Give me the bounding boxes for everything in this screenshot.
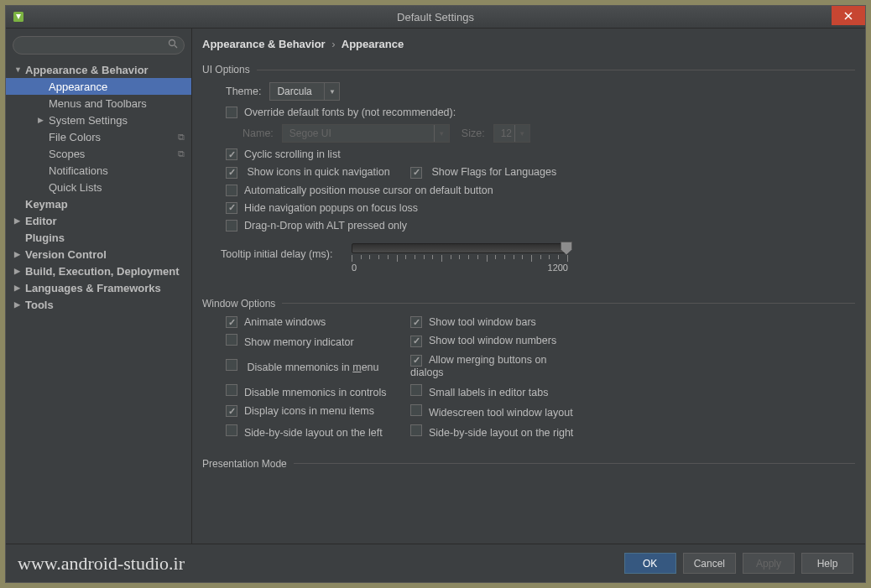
tree-item-label: Appearance — [49, 81, 107, 93]
settings-tree: ▼Appearance & BehaviorAppearanceMenus an… — [6, 60, 191, 544]
tree-item[interactable]: Keymap — [6, 195, 191, 212]
cyclic-checkbox[interactable] — [226, 148, 237, 160]
breadcrumb: Appearance & Behavior › Appearance — [192, 29, 865, 59]
help-button[interactable]: Help — [801, 553, 853, 574]
show-icons-label: Show icons in quick navigation — [247, 166, 389, 178]
tree-item-label: File Colors — [49, 131, 101, 143]
app-icon — [11, 9, 26, 24]
tree-item-label: Appearance & Behavior — [25, 64, 149, 76]
memory-checkbox[interactable] — [226, 334, 237, 346]
side-right-checkbox[interactable] — [410, 424, 422, 436]
memory-label: Show memory indicator — [244, 336, 354, 348]
tree-item[interactable]: Notifications — [6, 162, 191, 179]
tree-item[interactable]: File Colors⧉ — [6, 128, 191, 145]
tree-item[interactable]: ▶Build, Execution, Deployment — [6, 263, 191, 279]
ok-button[interactable]: OK — [624, 553, 676, 574]
chevron-right-icon: ▶ — [38, 116, 49, 124]
tree-item-label: System Settings — [49, 114, 128, 127]
breadcrumb-a: Appearance & Behavior — [202, 38, 326, 50]
tree-item[interactable]: ▶Languages & Frameworks — [6, 279, 191, 296]
slider-min: 0 — [352, 263, 357, 273]
animate-checkbox[interactable] — [226, 316, 237, 328]
tree-item[interactable]: Scopes⧉ — [6, 145, 191, 162]
search-icon — [168, 39, 178, 51]
tree-item-label: Languages & Frameworks — [25, 282, 161, 294]
svg-point-1 — [170, 40, 175, 46]
disable-ctrl-label: Disable mnemonics in controls — [244, 387, 387, 398]
override-fonts-checkbox[interactable] — [226, 107, 237, 118]
disable-menu-checkbox[interactable] — [226, 359, 237, 371]
auto-mouse-checkbox[interactable] — [226, 185, 237, 196]
chevron-right-icon: ▶ — [14, 216, 25, 225]
settings-window: Default Settings ▼Appearance & BehaviorA… — [5, 5, 866, 583]
show-numbers-checkbox[interactable] — [410, 336, 422, 347]
display-icons-checkbox[interactable] — [226, 405, 237, 417]
project-scope-icon: ⧉ — [178, 132, 185, 143]
window-options-header: Window Options — [202, 298, 855, 310]
chevron-right-icon: ▶ — [14, 267, 25, 275]
drag-alt-label: Drag-n-Drop with ALT pressed only — [244, 220, 407, 232]
display-icons-label: Display icons in menu items — [244, 405, 374, 417]
tree-item[interactable]: Quick Lists — [6, 179, 191, 195]
small-labels-checkbox[interactable] — [410, 384, 422, 396]
font-name-label: Name: — [243, 127, 274, 139]
main-panel: Appearance & Behavior › Appearance UI Op… — [192, 29, 865, 544]
ui-options-header: UI Options — [202, 64, 855, 75]
allow-merge-checkbox[interactable] — [410, 355, 422, 367]
tree-item-label: Keymap — [25, 198, 68, 211]
show-numbers-label: Show tool window numbers — [429, 335, 556, 346]
tree-item-label: Build, Execution, Deployment — [25, 265, 179, 278]
font-name-select: Segoe UI ▼ — [282, 124, 450, 143]
apply-button[interactable]: Apply — [743, 553, 795, 574]
side-right-label: Side-by-side layout on the right — [429, 427, 573, 439]
disable-menu-label: Disable mnemonics in menu — [247, 362, 378, 373]
show-bars-checkbox[interactable] — [410, 316, 422, 328]
tree-item-label: Tools — [25, 299, 54, 311]
widescreen-checkbox[interactable] — [410, 404, 422, 416]
watermark: www.android-studio.ir — [18, 553, 185, 575]
close-button[interactable] — [832, 6, 865, 25]
presentation-header: Presentation Mode — [202, 458, 855, 470]
search-input[interactable] — [13, 36, 185, 55]
cancel-button[interactable]: Cancel — [683, 553, 736, 574]
hide-popup-checkbox[interactable] — [226, 202, 237, 214]
tree-item[interactable]: ▼Appearance & Behavior — [6, 61, 191, 78]
side-left-label: Side-by-side layout on the left — [244, 427, 383, 439]
tree-item[interactable]: Menus and Toolbars — [6, 95, 191, 112]
tree-item-label: Plugins — [25, 232, 65, 244]
tree-item[interactable]: Plugins — [6, 229, 191, 246]
disable-ctrl-checkbox[interactable] — [226, 384, 237, 396]
chevron-down-icon: ▼ — [324, 83, 339, 100]
tree-item[interactable]: ▶Version Control — [6, 246, 191, 263]
tree-item-label: Editor — [25, 215, 57, 227]
slider-max: 1200 — [548, 263, 568, 273]
project-scope-icon: ⧉ — [178, 148, 185, 159]
chevron-right-icon: ▶ — [14, 300, 25, 309]
sidebar: ▼Appearance & BehaviorAppearanceMenus an… — [6, 29, 192, 544]
tree-item[interactable]: ▶Tools — [6, 296, 191, 313]
chevron-right-icon: ▶ — [14, 250, 25, 258]
close-icon — [844, 12, 853, 20]
widescreen-label: Widescreen tool window layout — [429, 407, 573, 419]
tree-item[interactable]: Appearance — [6, 78, 191, 95]
theme-select[interactable]: Darcula ▼ — [269, 82, 340, 101]
chevron-down-icon: ▼ — [434, 125, 449, 142]
tree-item-label: Version Control — [25, 248, 107, 261]
tree-item[interactable]: ▶Editor — [6, 212, 191, 229]
side-left-checkbox[interactable] — [226, 424, 237, 436]
show-flags-label: Show Flags for Languages — [431, 166, 556, 178]
slider-thumb[interactable] — [561, 242, 572, 255]
override-fonts-label: Override default fonts by (not recommend… — [244, 107, 456, 118]
auto-mouse-label: Automatically position mouse cursor on d… — [244, 185, 493, 196]
window-title: Default Settings — [397, 11, 474, 23]
small-labels-label: Small labels in editor tabs — [429, 387, 548, 398]
tree-item-label: Scopes — [49, 148, 85, 160]
footer: www.android-studio.ir OK Cancel Apply He… — [6, 544, 865, 582]
drag-alt-checkbox[interactable] — [226, 220, 237, 232]
show-icons-checkbox[interactable] — [226, 167, 237, 179]
show-flags-checkbox[interactable] — [410, 167, 422, 179]
tree-item[interactable]: ▶System Settings — [6, 112, 191, 128]
tooltip-delay-slider[interactable]: 0 1200 — [352, 243, 568, 273]
theme-label: Theme: — [226, 86, 261, 97]
chevron-down-icon: ▼ — [14, 65, 25, 74]
